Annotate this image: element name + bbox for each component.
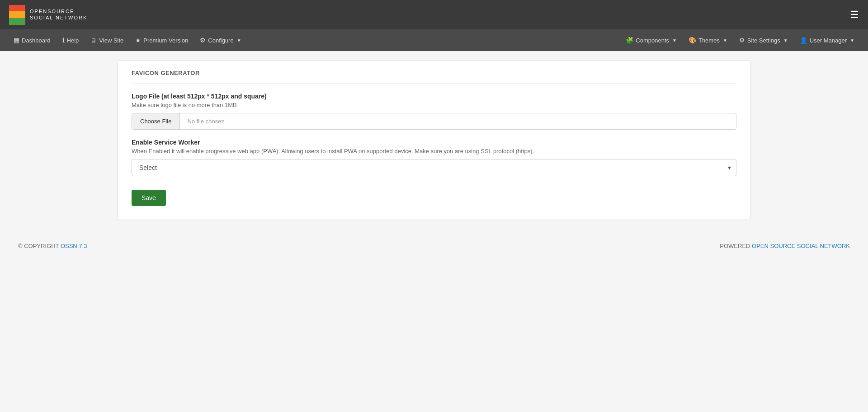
logo[interactable]: OPENSOURCE SOCIAL NETWORK — [9, 5, 87, 25]
nav-components[interactable]: 🧩 Components ▼ — [621, 34, 681, 47]
select-wrapper: Select Enable Disable ▾ — [132, 159, 736, 176]
ossn-version-link[interactable]: OSSN 7.3 — [61, 243, 87, 249]
service-worker-group: Enable Service Worker When Enabled it wi… — [132, 139, 736, 176]
configure-dropdown-arrow: ▼ — [237, 38, 241, 43]
footer: © COPYRIGHT OSSN 7.3 POWERED OPEN SOURCE… — [0, 234, 868, 258]
logo-file-hint: Make sure logo file is no more than 1MB — [132, 102, 736, 108]
topbar: OPENSOURCE SOCIAL NETWORK ☰ — [0, 0, 868, 29]
nav-help[interactable]: ℹ Help — [58, 34, 84, 47]
footer-powered: POWERED OPEN SOURCE SOCIAL NETWORK — [720, 243, 850, 249]
navbar-left: ▦ Dashboard ℹ Help 🖥 View Site ★ Premium… — [9, 34, 246, 47]
footer-copyright: © COPYRIGHT OSSN 7.3 — [18, 243, 87, 249]
logo-file-label: Logo File (at least 512px * 512px and sq… — [132, 93, 736, 100]
premium-icon: ★ — [135, 37, 141, 44]
components-icon: 🧩 — [626, 37, 633, 44]
logo-text: OPENSOURCE SOCIAL NETWORK — [30, 9, 87, 20]
site-settings-dropdown-arrow: ▼ — [783, 38, 788, 43]
favicon-generator-card: FAVICON GENERATOR Logo File (at least 51… — [118, 60, 750, 220]
file-name-display: No file chosen — [180, 113, 736, 129]
choose-file-button[interactable]: Choose File — [132, 113, 180, 129]
dashboard-icon: ▦ — [14, 37, 19, 44]
configure-icon: ⚙ — [200, 37, 206, 44]
logo-icon — [9, 5, 25, 25]
hamburger-icon[interactable]: ☰ — [850, 9, 859, 21]
navbar: ▦ Dashboard ℹ Help 🖥 View Site ★ Premium… — [0, 29, 868, 51]
page-title: FAVICON GENERATOR — [132, 70, 736, 84]
file-input-wrapper: Choose File No file chosen — [132, 113, 736, 130]
user-manager-dropdown-arrow: ▼ — [850, 38, 854, 43]
themes-icon: 🎨 — [689, 37, 696, 44]
nav-view-site[interactable]: 🖥 View Site — [86, 34, 128, 47]
nav-themes[interactable]: 🎨 Themes ▼ — [684, 34, 732, 47]
components-dropdown-arrow: ▼ — [672, 38, 677, 43]
topbar-left: OPENSOURCE SOCIAL NETWORK — [9, 5, 87, 25]
navbar-right: 🧩 Components ▼ 🎨 Themes ▼ ⚙ Site Setting… — [621, 34, 859, 47]
nav-premium[interactable]: ★ Premium Version — [131, 34, 193, 47]
themes-dropdown-arrow: ▼ — [723, 38, 727, 43]
nav-site-settings[interactable]: ⚙ Site Settings ▼ — [735, 34, 793, 47]
service-worker-hint: When Enabled it will enable progressive … — [132, 148, 736, 154]
nav-dashboard[interactable]: ▦ Dashboard — [9, 34, 55, 47]
site-settings-icon: ⚙ — [739, 37, 745, 44]
nav-user-manager[interactable]: 👤 User Manager ▼ — [795, 34, 859, 47]
main-content: FAVICON GENERATOR Logo File (at least 51… — [108, 60, 760, 220]
logo-file-group: Logo File (at least 512px * 512px and sq… — [132, 93, 736, 130]
service-worker-label: Enable Service Worker — [132, 139, 736, 146]
powered-link[interactable]: OPEN SOURCE SOCIAL NETWORK — [752, 243, 850, 249]
help-icon: ℹ — [62, 37, 65, 44]
service-worker-select[interactable]: Select Enable Disable — [132, 159, 736, 176]
nav-configure[interactable]: ⚙ Configure ▼ — [195, 34, 245, 47]
save-button[interactable]: Save — [132, 190, 166, 206]
user-manager-icon: 👤 — [800, 37, 807, 44]
view-site-icon: 🖥 — [90, 37, 97, 44]
